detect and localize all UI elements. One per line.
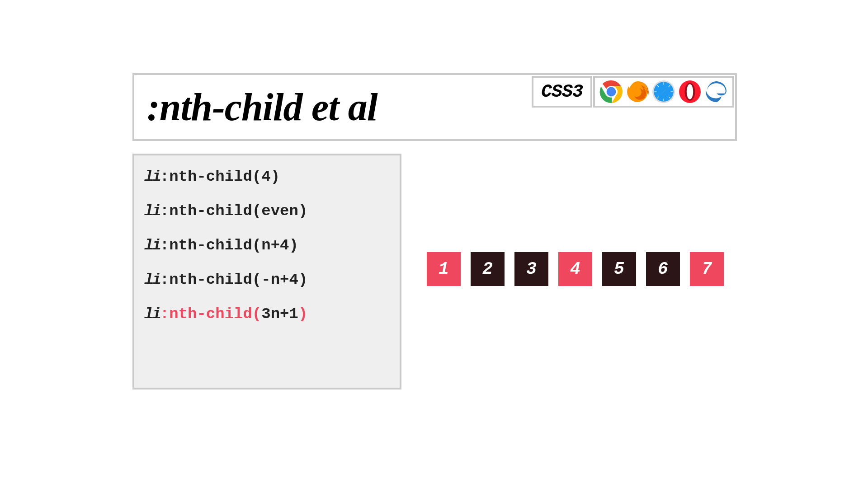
- code-arg: 3n+1: [261, 305, 298, 323]
- tile-row: 1 2 3 4 5 6 7: [427, 252, 724, 286]
- code-pseudo: :nth-child(: [160, 271, 261, 288]
- slide-title: :nth-child et al: [134, 84, 377, 130]
- tile: 4: [558, 252, 592, 286]
- code-pseudo: :nth-child(: [160, 202, 261, 220]
- opera-icon: [678, 80, 702, 103]
- code-element: li: [144, 271, 160, 288]
- chrome-icon: [599, 80, 623, 103]
- code-line-active: li:nth-child(3n+1): [144, 305, 390, 323]
- tile: 3: [514, 252, 548, 286]
- firefox-icon: [626, 80, 649, 103]
- code-line: li:nth-child(4): [144, 168, 390, 185]
- code-panel: li:nth-child(4) li:nth-child(even) li:nt…: [132, 154, 401, 389]
- tile: 1: [427, 252, 461, 286]
- code-element: li: [144, 168, 160, 185]
- slide: :nth-child et al CSS3: [87, 49, 781, 439]
- browser-support-row: [593, 76, 734, 108]
- code-pseudo: ): [271, 168, 280, 185]
- svg-point-18: [687, 84, 693, 99]
- code-pseudo: ): [298, 202, 307, 220]
- code-arg: -n+4: [261, 271, 298, 288]
- code-line: li:nth-child(n+4): [144, 237, 390, 254]
- css-version-badge: CSS3: [532, 76, 592, 108]
- tile: 7: [690, 252, 724, 286]
- code-pseudo: :nth-child(: [160, 168, 261, 185]
- code-pseudo: ): [298, 305, 307, 323]
- code-arg: 4: [261, 168, 270, 185]
- tile: 2: [471, 252, 505, 286]
- edge-icon: [704, 80, 728, 103]
- svg-point-5: [654, 82, 674, 102]
- tile: 5: [602, 252, 636, 286]
- code-pseudo: ): [289, 237, 298, 254]
- code-line: li:nth-child(even): [144, 202, 390, 220]
- code-element: li: [144, 237, 160, 254]
- safari-icon: [652, 80, 675, 103]
- code-arg: n+4: [261, 237, 289, 254]
- code-element: li: [144, 202, 160, 220]
- code-pseudo: ): [298, 271, 307, 288]
- code-element: li: [144, 305, 160, 323]
- code-line: li:nth-child(-n+4): [144, 271, 390, 288]
- code-pseudo: :nth-child(: [160, 305, 261, 323]
- code-pseudo: :nth-child(: [160, 237, 261, 254]
- tile: 6: [646, 252, 680, 286]
- code-arg: even: [261, 202, 298, 220]
